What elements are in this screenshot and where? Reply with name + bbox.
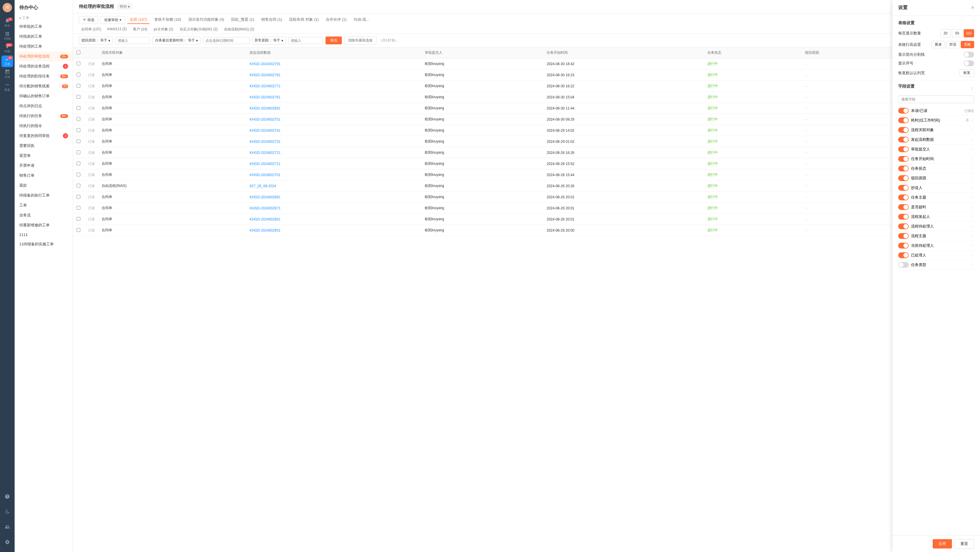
- apply-filter-btn[interactable]: 筛选: [326, 36, 342, 44]
- sidebar-item-pending-repair[interactable]: 待重新维修的工单: [14, 220, 73, 230]
- sidebar-item-business-flow[interactable]: 业务流: [14, 210, 73, 220]
- field-drag-icon[interactable]: ⋮: [971, 167, 974, 171]
- row-flow-data[interactable]: KHGD-2024002721: [246, 147, 421, 158]
- settings-close-btn[interactable]: ×: [971, 5, 974, 11]
- field-drag-icon[interactable]: ⋮: [971, 119, 974, 122]
- row-checkbox[interactable]: [73, 192, 85, 203]
- row-checkbox[interactable]: [73, 181, 85, 192]
- field-toggle-read-status[interactable]: [898, 108, 909, 114]
- row-checkbox[interactable]: [73, 136, 85, 147]
- field-drag-icon[interactable]: ⋮: [971, 196, 974, 200]
- tab-more[interactable]: 勾动-流...: [351, 16, 372, 24]
- row-checkbox[interactable]: [73, 147, 85, 158]
- sub-tab-free-flow[interactable]: 自由流程(INAG) (2): [222, 26, 256, 32]
- row-checkbox[interactable]: [73, 225, 85, 236]
- page-size-50[interactable]: 50: [952, 29, 963, 37]
- field-drag-icon[interactable]: ⋮: [971, 215, 974, 219]
- row-flow-data[interactable]: KHGD-2024002651: [246, 225, 421, 236]
- abnormal-reason-input[interactable]: [288, 37, 323, 44]
- sidebar-item-invoice-apply[interactable]: 开票申请: [14, 161, 73, 171]
- field-toggle-approver[interactable]: [898, 146, 909, 152]
- row-checkbox[interactable]: [73, 170, 85, 181]
- field-drag-icon[interactable]: ⋮: [971, 234, 974, 238]
- row-flow-data[interactable]: KHGD-2024002661: [246, 214, 421, 225]
- tab-partner[interactable]: 合作伙伴 (1): [323, 16, 349, 24]
- row-checkbox[interactable]: [73, 92, 85, 103]
- page-size-20[interactable]: 20: [940, 29, 951, 37]
- sidebar-item-pending-phase[interactable]: 待处理的阶段任务 99+: [14, 71, 73, 81]
- sub-tab-lctest111[interactable]: lctest111 (2): [105, 26, 129, 32]
- nav-item-more[interactable]: 更多: [2, 81, 13, 93]
- abnormal-reason-filter[interactable]: 异常原因： 等于 ▾: [252, 36, 286, 44]
- nav-item-todo[interactable]: 待办 1: [2, 17, 13, 29]
- row-checkbox[interactable]: [73, 114, 85, 125]
- field-drag-icon[interactable]: ⋮: [971, 176, 974, 180]
- page-size-100[interactable]: 100: [964, 29, 974, 37]
- field-more-icon[interactable]: ⋮: [970, 86, 974, 90]
- row-checkbox[interactable]: [73, 203, 85, 214]
- row-flow-data[interactable]: KHGD-2024002781: [246, 70, 421, 81]
- sidebar-item-audit-workorder[interactable]: 待审批的工单: [14, 22, 73, 32]
- field-drag-icon[interactable]: ⋮: [971, 148, 974, 151]
- field-toggle-start-time[interactable]: [898, 156, 909, 162]
- sidebar-item-need-feedback[interactable]: 需要回执: [14, 141, 73, 151]
- sidebar-item-process-workorder[interactable]: 待处理的工单: [14, 41, 73, 51]
- density-compact[interactable]: 紧凑: [932, 41, 945, 48]
- row-flow-data[interactable]: KHGD-2024002791: [246, 59, 421, 70]
- field-drag-icon[interactable]: ⋮: [971, 254, 974, 257]
- field-toggle-task-status[interactable]: [898, 166, 909, 171]
- sidebar-item-review-diary[interactable]: 待点评的日志: [14, 101, 73, 111]
- field-toggle-is-overtime[interactable]: [898, 204, 909, 210]
- field-toggle-flow-data[interactable]: [898, 137, 909, 143]
- field-toggle-flow-related[interactable]: [898, 127, 909, 133]
- row-flow-data[interactable]: KHGD-2024002761: [246, 92, 421, 103]
- nav-item-people[interactable]: [2, 521, 13, 533]
- row-checkbox[interactable]: [73, 103, 85, 114]
- sidebar-item-assign-sales[interactable]: 待分配的销售线索 69: [14, 81, 73, 91]
- field-drag-icon[interactable]: ⋮: [971, 186, 974, 190]
- row-checkbox[interactable]: [73, 70, 85, 81]
- sub-tab-px-main[interactable]: px主对象 (2): [151, 26, 176, 32]
- restore-btn[interactable]: 恢复: [959, 69, 974, 76]
- field-drag-icon[interactable]: ⋮: [971, 138, 974, 142]
- sidebar-item-sales-order[interactable]: 销售订单: [14, 171, 73, 181]
- row-checkbox[interactable]: [73, 158, 85, 170]
- reset-btn[interactable]: 重置: [954, 539, 974, 549]
- nav-item-schedule[interactable]: 日程: [2, 68, 13, 80]
- row-flow-data[interactable]: KHGD-2024002671: [246, 203, 421, 214]
- field-drag-icon[interactable]: ⋮: [971, 263, 974, 267]
- sidebar-item-pending-business[interactable]: 待处理的业务流程 1: [14, 61, 73, 71]
- field-toggle-processed-by[interactable]: [898, 252, 909, 258]
- field-drag-icon[interactable]: ⋮: [971, 157, 974, 161]
- row-flow-data[interactable]: KHGD-2024002691: [246, 103, 421, 114]
- last-update-filter[interactable]: 任务最后更新时间： 等于 ▾: [153, 36, 200, 44]
- sidebar-item-workorder[interactable]: 工单: [14, 200, 73, 210]
- sidebar-item-1111[interactable]: 1111: [14, 230, 73, 239]
- sidebar-item-return-goods[interactable]: 退货单: [14, 151, 73, 161]
- show-divider-toggle[interactable]: [964, 52, 974, 57]
- row-flow-data[interactable]: 827_26_08-2024: [246, 181, 421, 192]
- row-flow-data[interactable]: KHGD-2024002731: [246, 136, 421, 147]
- sidebar-item-pending-approval[interactable]: 待处理的审批流程 99+: [14, 51, 73, 61]
- clear-filter-btn[interactable]: 清除外露筛选值: [344, 36, 376, 45]
- batch-approve-btn[interactable]: 批量审批 ▾: [100, 16, 125, 24]
- sub-tab-contract[interactable]: 合同单 (137): [79, 26, 103, 32]
- sub-tab-custom-demo[interactable]: 自定义对象(示例)001 (2): [177, 26, 220, 32]
- density-normal[interactable]: 舒适: [946, 41, 959, 48]
- field-drag-icon[interactable]: ⋮: [971, 205, 974, 209]
- sidebar-item-refund[interactable]: 退款: [14, 181, 73, 190]
- tab-all[interactable]: 全部 (187): [127, 16, 150, 24]
- tab-sales-contract[interactable]: 销售合同 (1): [259, 16, 285, 24]
- sidebar-item-pending-impl[interactable]: 11待报备的实施工单: [14, 239, 73, 249]
- row-flow-data[interactable]: KHGD-2024002771: [246, 81, 421, 92]
- sidebar-item-confirm-order[interactable]: 待确认的销售订单: [14, 91, 73, 101]
- sidebar-item-coop-review[interactable]: 待复复的协同审批 3: [14, 131, 73, 141]
- show-index-toggle[interactable]: [964, 60, 974, 66]
- sidebar-item-assign-workorder[interactable]: 待指派的工单: [14, 32, 73, 41]
- row-checkbox[interactable]: [73, 125, 85, 136]
- return-reason-filter[interactable]: 驳回原因： 等于 ▾: [79, 36, 113, 44]
- field-drag-icon[interactable]: ⋮: [971, 225, 974, 228]
- row-flow-data[interactable]: KHGD-2024002681: [246, 192, 421, 203]
- row-flow-data[interactable]: KHGD-2024002711: [246, 158, 421, 170]
- field-toggle-current-handler[interactable]: [898, 243, 909, 249]
